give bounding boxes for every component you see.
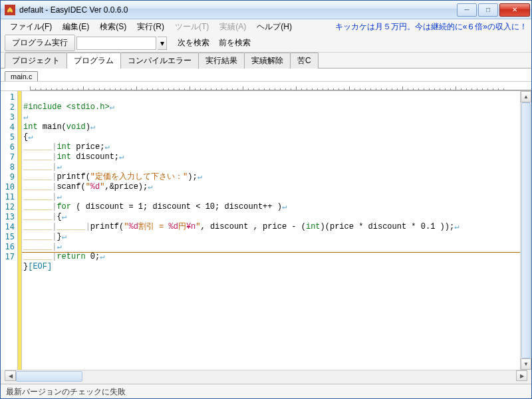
menubar: ファイル(F) 編集(E) 検索(S) 実行(R) ツール(T) 実績(A) ヘ… xyxy=(1,19,531,34)
search-dropdown-icon[interactable]: ▾ xyxy=(158,37,167,50)
app-icon xyxy=(5,5,15,15)
menu-tool[interactable]: ツール(T) xyxy=(170,20,214,34)
tab-kuc[interactable]: 苦C xyxy=(290,53,319,68)
status-text: 最新バージョンのチェックに失敗 xyxy=(6,387,126,396)
scroll-down-icon[interactable]: ▼ xyxy=(521,358,531,370)
promo-link[interactable]: キッカケは月５万円。今は継続的に«６倍»の収入に！ xyxy=(335,21,527,33)
tab-compile-error[interactable]: コンパイルエラー xyxy=(120,53,199,68)
menu-help[interactable]: ヘルプ(H) xyxy=(251,20,297,34)
code-area[interactable]: #include <stdio.h>↵ ↵ int main(void)↵ {↵… xyxy=(22,91,520,370)
tab-run-result[interactable]: 実行結果 xyxy=(198,53,245,68)
app-window: default - EasyIDEC Ver 0.0.6.0 ─ □ ✕ ファイ… xyxy=(0,0,532,399)
titlebar: default - EasyIDEC Ver 0.0.6.0 ─ □ ✕ xyxy=(1,1,531,19)
main-tabs: プロジェクト プログラム コンパイルエラー 実行結果 実績解除 苦C xyxy=(1,53,531,68)
scroll-left-icon[interactable]: ◀ xyxy=(5,370,16,381)
menu-search[interactable]: 検索(S) xyxy=(94,20,132,34)
window-title: default - EasyIDEC Ver 0.0.6.0 xyxy=(19,5,456,15)
scroll-up-icon[interactable]: ▲ xyxy=(521,91,531,102)
horizontal-scrollbar[interactable]: ◀ ▶ xyxy=(5,370,527,381)
line-gutter: 1234567891011121314151617 xyxy=(1,91,18,370)
menu-edit[interactable]: 編集(E) xyxy=(57,20,94,34)
search-input[interactable] xyxy=(76,37,156,50)
maximize-button[interactable]: □ xyxy=(478,3,498,17)
vertical-scrollbar[interactable]: ▲ ▼ xyxy=(520,91,531,370)
eof-separator xyxy=(22,252,520,253)
scroll-right-icon[interactable]: ▶ xyxy=(516,370,527,381)
toolbar: プログラム実行 ▾ 次を検索 前を検索 xyxy=(1,34,531,53)
find-prev-button[interactable]: 前を検索 xyxy=(215,36,255,50)
tab-project[interactable]: プロジェクト xyxy=(5,53,67,68)
hscroll-thumb[interactable] xyxy=(16,371,82,382)
status-bar: 最新バージョンのチェックに失敗 xyxy=(1,384,531,398)
tab-result-release[interactable]: 実績解除 xyxy=(244,53,291,68)
file-tabs: main.c xyxy=(1,68,531,82)
minimize-button[interactable]: ─ xyxy=(457,3,477,17)
editor: 1234567891011121314151617 #include <stdi… xyxy=(1,91,531,370)
file-tab-main-c[interactable]: main.c xyxy=(5,71,38,81)
run-program-button[interactable]: プログラム実行 xyxy=(5,35,75,51)
scroll-thumb[interactable] xyxy=(521,102,531,358)
tab-program[interactable]: プログラム xyxy=(66,53,121,68)
menu-run[interactable]: 実行(R) xyxy=(132,20,170,34)
ruler: for(let i=0;i<90;i++)document.write('<sp… xyxy=(1,82,531,91)
menu-file[interactable]: ファイル(F) xyxy=(5,20,57,34)
close-button[interactable]: ✕ xyxy=(499,3,530,17)
menu-result[interactable]: 実績(A) xyxy=(214,20,251,34)
find-next-button[interactable]: 次を検索 xyxy=(174,36,213,50)
window-controls: ─ □ ✕ xyxy=(456,3,530,17)
